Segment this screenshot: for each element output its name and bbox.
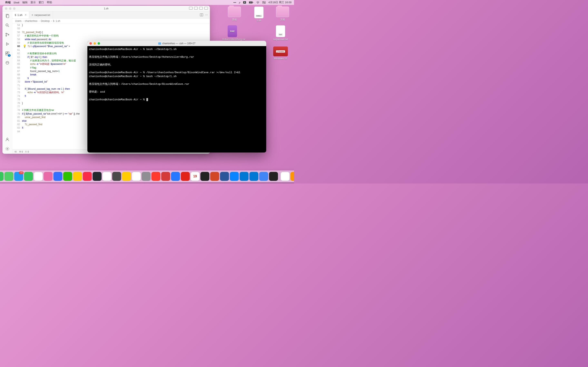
dock-app-typora[interactable]: [103, 172, 112, 181]
copilot-icon[interactable]: [4, 60, 10, 66]
dock-app-calendar[interactable]: 19: [191, 172, 200, 181]
status-control-center-icon[interactable]: [262, 1, 266, 4]
extensions-icon[interactable]: 3: [4, 50, 10, 56]
svg-rect-5: [262, 3, 266, 3]
tab-rarpasswd[interactable]: ≡ rarpasswd.txt: [29, 11, 53, 18]
search-icon[interactable]: [4, 22, 10, 28]
explorer-icon[interactable]: [4, 13, 10, 19]
dock-app-photos[interactable]: [34, 172, 43, 181]
tab-close-icon[interactable]: ×: [25, 13, 26, 17]
dock-app-terminal[interactable]: [269, 172, 278, 181]
terminal-traffic-lights[interactable]: [89, 42, 100, 45]
menu-window[interactable]: 窗口: [39, 1, 44, 4]
vscode-traffic-lights[interactable]: [5, 7, 16, 10]
dock-app-maps[interactable]: [4, 172, 13, 181]
layout-toggle-2[interactable]: [194, 7, 198, 9]
icon-label: 1.sh: [249, 19, 269, 22]
status-input-icon[interactable]: A: [243, 1, 246, 4]
dock-app-powerpoint[interactable]: [210, 172, 219, 181]
status-battery-icon[interactable]: [249, 1, 253, 4]
dock-app-folx[interactable]: [230, 172, 239, 181]
run-debug-icon[interactable]: [4, 41, 10, 47]
dock-app-settings[interactable]: [142, 172, 151, 181]
dock-app-textedit[interactable]: [281, 172, 290, 181]
desktop-icon-1.sh[interactable]: SHELL1.sh: [249, 7, 269, 22]
layout-icons: [189, 7, 208, 9]
svg-rect-16: [7, 52, 9, 53]
vscode-titlebar[interactable]: 1.sh: [2, 6, 210, 11]
source-control-icon[interactable]: [4, 32, 10, 38]
svg-point-18: [6, 61, 9, 64]
settings-gear-icon[interactable]: [4, 146, 10, 152]
minimize-dot[interactable]: [94, 42, 96, 45]
menu-edit[interactable]: 编辑: [22, 1, 27, 4]
desktop-icon-Windows 11[interactable]: || ParallelsWindows 11: [270, 47, 291, 60]
layout-toggle-4[interactable]: [204, 7, 208, 9]
desktop-icon-文稿[interactable]: 文稿: [272, 7, 293, 21]
status-wifi-icon[interactable]: [256, 1, 259, 4]
dock-app-parallels[interactable]: [161, 172, 170, 181]
tab-1sh[interactable]: $ 1.sh ×: [12, 11, 29, 18]
line-gutter: 5455565758596061626364656667686970717273…: [12, 24, 22, 149]
menu-help[interactable]: 帮助: [47, 1, 52, 4]
dock-app-reminders[interactable]: [132, 172, 141, 181]
status-p-icon[interactable]: p: [239, 1, 241, 4]
shell-file-icon: $: [15, 13, 16, 17]
dock-app-vscode[interactable]: [250, 172, 259, 181]
dock-app-find-my[interactable]: [24, 172, 33, 181]
terminal-titlebar[interactable]: chanlonhoo — -zsh — 100×27: [87, 41, 266, 46]
dock-app-pages[interactable]: [291, 172, 294, 181]
remote-icon[interactable]: [14, 150, 17, 153]
dock-app-qq[interactable]: [73, 172, 82, 181]
status-more-icon[interactable]: •••: [233, 1, 236, 4]
dock-app-baidu[interactable]: [171, 172, 180, 181]
status-datetime[interactable]: 4月19日 周三 16:00: [268, 1, 292, 4]
menu-shell[interactable]: Shell: [13, 1, 19, 4]
crumb[interactable]: chanlonhoo: [25, 20, 37, 22]
folder-icon: [158, 42, 161, 45]
dock-app-iterm[interactable]: [200, 172, 209, 181]
close-dot[interactable]: [5, 7, 7, 10]
account-icon[interactable]: [4, 137, 10, 142]
svg-point-12: [6, 35, 7, 36]
svg-rect-17: [6, 54, 7, 55]
dock-app-notes[interactable]: [122, 172, 131, 181]
split-editor-icon[interactable]: [200, 13, 203, 16]
dock-app-messages[interactable]: [0, 172, 4, 181]
minimize-dot[interactable]: [9, 7, 11, 10]
dock-app-cleaner[interactable]: [151, 172, 160, 181]
dock-app-github[interactable]: [93, 172, 102, 181]
dock-app-pdf[interactable]: [181, 172, 190, 181]
tab-label: rarpasswd.txt: [35, 13, 50, 17]
dock-app-feishu[interactable]: [53, 172, 62, 181]
dock-app-chatbox[interactable]: [112, 172, 121, 181]
terminal-content[interactable]: chanlonhoo@chanlondeMacBook-Air ~ % bash…: [87, 46, 266, 152]
breadcrumbs[interactable]: Users› chanlonhoo› Desktop› $ 1.sh: [12, 18, 210, 24]
dock-app-wechat[interactable]: [63, 172, 72, 181]
desktop-icon-HohenzollernBurg.rar[interactable]: RARHohenzollernBurg.rar: [222, 25, 242, 41]
dock-app-mail[interactable]: 145: [14, 172, 23, 181]
more-actions-icon[interactable]: ···: [205, 13, 208, 17]
close-dot[interactable]: [89, 42, 92, 45]
layout-toggle-1[interactable]: [189, 7, 192, 9]
errors-count[interactable]: ⊘ 0: [19, 150, 23, 153]
dock-app-windows[interactable]: [240, 172, 249, 181]
desktop-icon-rarpasswd.txt[interactable]: TXTrarpasswd.txt: [270, 25, 291, 41]
dock-app-music[interactable]: [83, 172, 92, 181]
crumb[interactable]: Desktop: [41, 20, 50, 22]
dock-app-browser[interactable]: [259, 172, 268, 181]
lightbulb-icon[interactable]: 💡: [23, 44, 26, 48]
dock-app-word[interactable]: [220, 172, 229, 181]
dock-app-shortcuts[interactable]: [44, 172, 53, 181]
warnings-count[interactable]: ⚠ 0: [25, 150, 29, 153]
zoom-dot[interactable]: [13, 7, 16, 10]
layout-toggle-3[interactable]: [199, 7, 203, 9]
crumb[interactable]: 1.sh: [56, 20, 60, 22]
zoom-dot[interactable]: [98, 42, 100, 45]
menu-view[interactable]: 显示: [30, 1, 36, 4]
icon-label: HohenzollernBurg.rar: [222, 38, 242, 41]
menubar-app-name[interactable]: 终端: [5, 1, 11, 4]
tab-label: 1.sh: [17, 13, 22, 17]
crumb[interactable]: Users: [15, 20, 21, 22]
desktop-icon-其他[interactable]: 其他: [224, 7, 245, 21]
